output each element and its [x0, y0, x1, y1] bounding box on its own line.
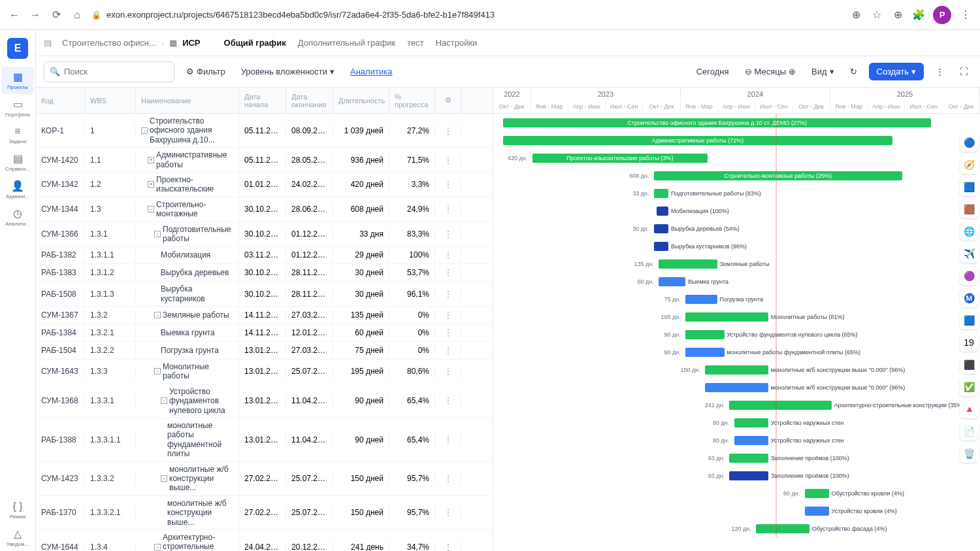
gantt-bar[interactable]	[734, 418, 768, 427]
col-start[interactable]: Дата начала	[239, 88, 286, 113]
row-more-icon[interactable]: ⋮	[435, 265, 461, 280]
table-row[interactable]: РАБ-1504 1.3.2.2 Погрузка грунта 13.01.2…	[36, 342, 493, 359]
table-row[interactable]: СУМ-1342 1.2 + Проектно-изыскательские 0…	[36, 173, 493, 197]
gantt-bar[interactable]	[734, 436, 768, 445]
gantt-bar[interactable]	[685, 330, 725, 339]
dock-app-icon[interactable]: 🧭	[960, 156, 978, 174]
gantt-bar[interactable]: Проектно-изыскательские работы (3%)	[532, 154, 708, 163]
star-icon[interactable]: ☆	[870, 8, 883, 22]
dock-app-icon[interactable]: 🔺	[960, 400, 978, 418]
today-button[interactable]: Сегодня	[693, 64, 733, 79]
extensions-icon[interactable]: 🧩	[912, 8, 925, 22]
gantt-bar[interactable]	[657, 207, 669, 216]
gantt-bar[interactable]	[729, 454, 768, 463]
tab[interactable]: тест	[407, 35, 424, 50]
gantt-bar[interactable]	[685, 295, 717, 304]
row-more-icon[interactable]: ⋮	[435, 124, 461, 138]
analytics-link[interactable]: Аналитика	[346, 64, 396, 79]
col-wbs[interactable]: WBS	[85, 88, 136, 113]
table-row[interactable]: СУМ-1368 1.3.3.1 - Устройство фундаменто…	[36, 384, 493, 418]
tree-toggle-icon[interactable]: -	[141, 127, 148, 134]
gantt-bar[interactable]	[805, 489, 829, 498]
back-icon[interactable]: ←	[8, 8, 21, 22]
gantt-bar[interactable]	[756, 524, 809, 533]
gantt-bar[interactable]	[659, 259, 717, 269]
dock-app-icon[interactable]: ✅	[960, 378, 978, 396]
search-input[interactable]: 🔍	[44, 61, 174, 82]
col-name[interactable]: Наименование	[136, 88, 239, 113]
row-more-icon[interactable]: ⋮	[435, 326, 461, 340]
row-more-icon[interactable]: ⋮	[435, 364, 461, 378]
gantt-bar[interactable]	[654, 189, 668, 198]
table-row[interactable]: РАБ-1384 1.3.2.1 Выемка грунта 14.11.202…	[36, 324, 493, 342]
table-row[interactable]: СУМ-1420 1.1 + Административные работы 0…	[36, 148, 493, 173]
rail-item[interactable]: ≡Задачи	[1, 122, 34, 148]
globe-icon[interactable]: ⊕	[891, 8, 904, 22]
nesting-button[interactable]: Уровень вложенности ▾	[237, 64, 338, 79]
gantt-bar[interactable]	[654, 224, 668, 233]
table-row[interactable]: СУМ-1367 1.3.2 - Земляные работы 14.11.2…	[36, 307, 493, 324]
app-logo[interactable]: E	[7, 38, 28, 59]
table-row[interactable]: РАБ-1388 1.3.3.1.1 монолитные работы фун…	[36, 418, 493, 462]
tree-toggle-icon[interactable]: -	[154, 312, 161, 318]
search-field[interactable]	[64, 67, 174, 76]
col-end[interactable]: Дата окончания	[286, 88, 333, 113]
gantt-bar[interactable]	[685, 348, 725, 357]
filter-button[interactable]: ⚙Фильтр	[182, 64, 229, 79]
table-row[interactable]: КОР-1 1 - Строительство офисного здания …	[36, 114, 493, 148]
gantt-bar[interactable]	[659, 277, 685, 286]
gantt-bar[interactable]	[705, 383, 768, 392]
refresh-icon[interactable]: ↻	[846, 64, 861, 79]
row-more-icon[interactable]: ⋮	[435, 343, 461, 358]
tree-toggle-icon[interactable]: -	[148, 206, 154, 212]
rail-item[interactable]: 👤Админи...	[1, 176, 34, 203]
profile-avatar[interactable]: P	[933, 6, 951, 24]
dock-app-icon[interactable]: 🗑️	[960, 444, 978, 463]
more-icon[interactable]: ⋮	[932, 64, 948, 79]
gantt-bar[interactable]	[654, 242, 668, 251]
tab[interactable]: Общий график	[224, 35, 286, 50]
table-row[interactable]: СУМ-1423 1.3.3.2 - монолитные ж/б констр…	[36, 462, 493, 496]
row-more-icon[interactable]: ⋮	[435, 308, 461, 322]
row-more-icon[interactable]: ⋮	[435, 248, 461, 262]
col-prog[interactable]: % прогресса	[389, 88, 435, 113]
gantt-bar[interactable]	[729, 471, 768, 480]
gantt-chart[interactable]: 2022202320242025 Окт - ДекЯнв - МарАпр -…	[493, 88, 980, 551]
gantt-bar[interactable]: Строительство офисного здания Бахрушина …	[503, 118, 932, 127]
table-row[interactable]: СУМ-1643 1.3.3 - Монолитные работы 13.01…	[36, 359, 493, 384]
row-more-icon[interactable]: ⋮	[435, 153, 461, 167]
url-bar[interactable]: 🔒 exon.exonproject.ru/projects/646751812…	[91, 10, 841, 20]
table-row[interactable]: СУМ-1366 1.3.1 - Подготовительные работы…	[36, 222, 493, 247]
dock-app-icon[interactable]: 19	[960, 333, 978, 352]
table-row[interactable]: РАБ-1370 1.3.3.2.1 монолитные ж/б констр…	[36, 496, 493, 530]
dock-app-icon[interactable]: 🟣	[960, 267, 978, 285]
row-more-icon[interactable]: ⋮	[435, 471, 461, 486]
col-kod[interactable]: Код	[36, 88, 85, 113]
table-row[interactable]: РАБ-1508 1.3.1.3 Вырубка кустарников 30.…	[36, 282, 493, 307]
create-button[interactable]: Создать ▾	[869, 63, 924, 80]
rail-item[interactable]: ▭Портфели	[1, 94, 34, 122]
gantt-bar[interactable]	[805, 507, 829, 516]
gantt-bar[interactable]: Строительно-монтажные работы (25%)	[654, 171, 902, 180]
dock-app-icon[interactable]: 🟦	[960, 311, 978, 329]
rail-item[interactable]: ▦Проекты	[1, 67, 34, 94]
row-more-icon[interactable]: ⋮	[435, 433, 461, 447]
tab[interactable]: Дополнительный график	[298, 35, 395, 50]
row-more-icon[interactable]: ⋮	[435, 505, 461, 520]
months-button[interactable]: ⊖Месяцы⊕	[741, 64, 800, 79]
tree-toggle-icon[interactable]: +	[148, 157, 154, 163]
tree-toggle-icon[interactable]: -	[154, 544, 161, 550]
dock-app-icon[interactable]: 🔵	[960, 133, 978, 152]
forward-icon[interactable]: →	[29, 8, 42, 22]
tree-toggle-icon[interactable]: -	[154, 368, 161, 375]
home-icon[interactable]: ⌂	[71, 8, 84, 22]
rail-item[interactable]: ◷Аналити...	[1, 203, 34, 231]
table-row[interactable]: СУМ-1644 1.3.4 - Архитектурно-строительн…	[36, 530, 493, 551]
row-more-icon[interactable]: ⋮	[435, 177, 461, 192]
dock-app-icon[interactable]: 🟫	[960, 200, 978, 218]
table-row[interactable]: СУМ-1344 1.3 - Строительно-монтажные 30.…	[36, 197, 493, 222]
tree-toggle-icon[interactable]: +	[148, 181, 154, 188]
dock-app-icon[interactable]: ✈️	[960, 244, 978, 263]
rail-item[interactable]: △Уведом...	[1, 524, 34, 551]
row-more-icon[interactable]: ⋮	[435, 540, 461, 551]
